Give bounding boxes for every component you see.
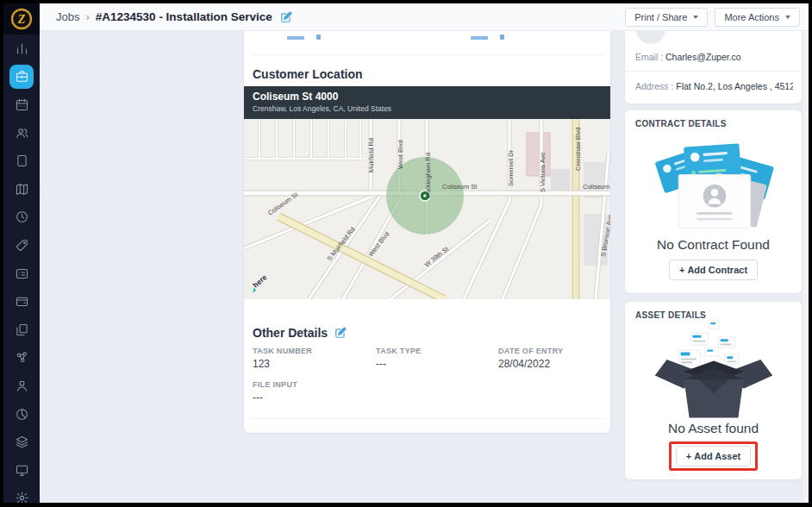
layers-icon [15, 435, 29, 449]
header-actions: Print / Share More Actions [625, 8, 800, 27]
address-row: Address : Flat No.2, Los Angeles , 45123 [635, 81, 793, 91]
clipped-copy-icon [316, 34, 321, 40]
sidebar-item-integrations[interactable] [3, 428, 40, 456]
asset-details-card: ASSET DETAILS No Asset found [625, 302, 802, 479]
id-card-icon [15, 266, 29, 281]
tablet-icon [15, 153, 29, 168]
asset-details-title: ASSET DETAILS [635, 310, 706, 320]
add-asset-label: Add Asset [694, 451, 740, 461]
map-address-subtitle: Crenshaw, Los Angeles, CA, United States [253, 104, 602, 113]
content-area: Customer Location Coliseum St 4000 Crens… [40, 31, 809, 503]
no-contract-text: No Contract Found [657, 237, 770, 253]
edit-title-icon[interactable] [280, 11, 292, 23]
sidebar-item-parts[interactable] [3, 344, 40, 372]
pie-chart-icon [15, 407, 29, 422]
customer-location-map[interactable]: Coliseum St 4000 Crenshaw, Los Angeles, … [244, 86, 610, 299]
street-label: Coliseum S [583, 183, 610, 191]
task-number-value: 123 [253, 358, 270, 370]
user-group-icon [15, 126, 29, 141]
add-contract-button[interactable]: +Add Contract [669, 260, 758, 280]
svg-text:Z: Z [17, 13, 26, 26]
sidebar-nav [3, 34, 40, 503]
plus-icon: + [679, 265, 684, 275]
sidebar-item-jobs[interactable] [3, 63, 40, 91]
date-of-entry-label: DATE OF ENTRY [498, 347, 563, 355]
customer-location-heading: Customer Location [253, 67, 363, 81]
documents-icon [15, 322, 29, 337]
sidebar-item-time[interactable] [3, 203, 40, 232]
customer-location-label: Customer Location [253, 67, 363, 81]
sidebar-item-dashboard[interactable] [3, 34, 40, 63]
clipped-link-fragment[interactable] [287, 33, 321, 40]
add-contract-label: Add Contract [687, 265, 747, 275]
map-address-title: Coliseum St 4000 [253, 91, 602, 103]
section-divider [251, 54, 603, 55]
clipped-link-fragment[interactable] [471, 33, 504, 40]
add-asset-button[interactable]: +Add Asset [676, 446, 751, 466]
address-label: Address : [635, 81, 676, 91]
clock-icon [15, 210, 29, 224]
page-title: #A1234530 - Installation Service [96, 10, 272, 23]
other-details-label: Other Details [253, 326, 328, 340]
no-asset-text: No Asset found [668, 421, 759, 436]
sidebar-item-reports[interactable] [3, 400, 40, 429]
sidebar-item-quotes[interactable] [3, 316, 40, 344]
street-label: Crenshaw Blvd [574, 128, 582, 171]
more-actions-button[interactable]: More Actions [715, 8, 800, 27]
active-pill [9, 65, 34, 89]
sidebar-item-customers[interactable] [3, 372, 40, 400]
person-icon [15, 379, 29, 393]
map-canvas[interactable]: Coliseum St Coliseum S Coliseum St Muirf… [244, 119, 610, 299]
street-label: Muirfield Rd [367, 138, 375, 172]
other-details-heading: Other Details [253, 326, 347, 340]
clipped-link [287, 36, 304, 40]
top-header: Jobs › #A1234530 - Installation Service … [40, 3, 809, 31]
calendar-icon [15, 97, 29, 112]
caret-down-icon [693, 16, 698, 19]
more-actions-label: More Actions [724, 12, 779, 22]
file-input-label: FILE INPUT [253, 380, 297, 389]
add-asset-highlight: +Add Asset [669, 441, 758, 471]
row-divider [625, 71, 802, 72]
bar-chart-icon [15, 41, 29, 56]
print-share-button[interactable]: Print / Share [625, 8, 708, 27]
monitor-icon [15, 463, 29, 478]
clipped-copy-icon [500, 34, 504, 40]
date-of-entry-value: 28/04/2022 [498, 358, 550, 370]
sidebar-item-kanban[interactable] [3, 260, 40, 288]
sidebar-item-calendar[interactable] [3, 91, 40, 119]
print-share-label: Print / Share [634, 12, 687, 22]
gear-icon [15, 491, 29, 503]
job-details-card: Customer Location Coliseum St 4000 Crens… [244, 31, 610, 433]
email-label: Email : [635, 52, 665, 62]
sidebar: Z [3, 3, 40, 503]
section-divider [251, 418, 603, 419]
contract-details-card: CONTRACT DETAILS No Contract Found +Add … [625, 110, 802, 293]
clipped-link [471, 36, 488, 40]
sidebar-item-tags[interactable] [3, 231, 40, 260]
wallet-icon [15, 294, 29, 309]
no-contract-illustration [636, 130, 791, 235]
sidebar-item-teams[interactable] [3, 119, 40, 147]
breadcrumb-jobs[interactable]: Jobs [56, 10, 79, 23]
customer-contact-card: Email : Charles@Zuper.co Address : Flat … [625, 31, 802, 103]
sidebar-item-settings[interactable] [3, 485, 40, 504]
zuper-logo[interactable]: Z [3, 3, 40, 34]
tag-icon [15, 238, 29, 253]
breadcrumb-separator: › [85, 10, 89, 23]
street-label: West Blvd [397, 140, 404, 169]
map-address-overlay: Coliseum St 4000 Crenshaw, Los Angeles, … [244, 86, 610, 119]
plus-icon: + [686, 451, 691, 461]
cluster-icon [15, 350, 29, 365]
email-value: Charles@Zuper.co [665, 52, 741, 62]
sidebar-item-dispatch-board[interactable] [3, 175, 40, 203]
task-type-value: --- [376, 358, 386, 370]
map-icon [15, 182, 29, 197]
edit-other-details-icon[interactable] [334, 327, 347, 339]
sidebar-item-invoices[interactable] [3, 287, 40, 316]
sidebar-item-timesheets[interactable] [3, 147, 40, 175]
no-asset-illustration [645, 320, 783, 419]
street-label: Coliseum St [442, 183, 478, 191]
vertical-scrollbar[interactable] [803, 31, 809, 503]
sidebar-item-display[interactable] [3, 456, 40, 485]
